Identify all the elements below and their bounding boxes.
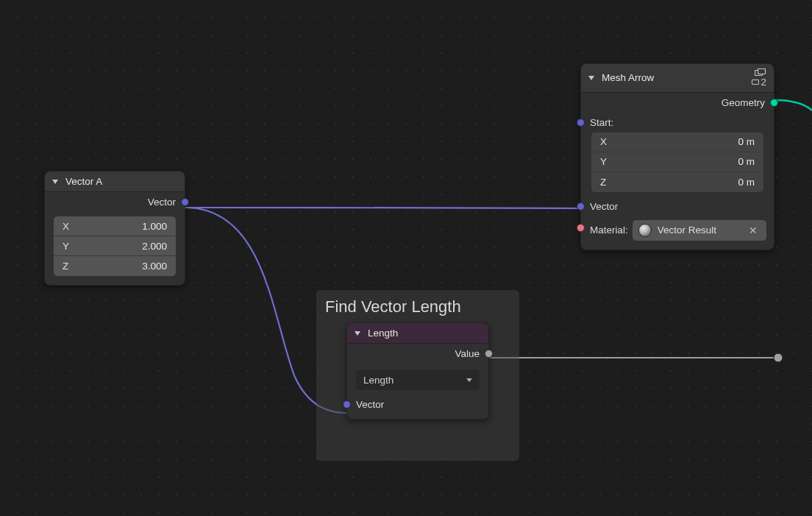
vector-socket-icon[interactable]	[577, 119, 585, 127]
socket-label: Value	[455, 348, 480, 359]
field-z[interactable]: Z0 m	[591, 172, 763, 192]
clear-material-button[interactable]: ✕	[746, 225, 761, 236]
node-header[interactable]: Vector A	[45, 172, 185, 192]
value-socket-icon[interactable]	[485, 350, 493, 358]
vector-fields: X1.000 Y2.000 Z3.000	[54, 216, 176, 276]
input-socket-start[interactable]: Start:	[581, 113, 774, 132]
field-x[interactable]: X0 m	[591, 132, 763, 152]
output-socket-geometry[interactable]: Geometry	[581, 93, 774, 113]
field-y[interactable]: Y0 m	[591, 152, 763, 172]
chevron-down-icon	[466, 378, 472, 382]
socket-label: Vector	[356, 399, 384, 410]
socket-label: Material:	[590, 225, 628, 236]
field-x[interactable]: X1.000	[54, 216, 176, 236]
node-header[interactable]: Length	[347, 323, 488, 344]
field-z[interactable]: Z3.000	[54, 256, 176, 276]
node-title: Mesh Arrow	[602, 72, 654, 83]
vector-socket-icon[interactable]	[577, 202, 585, 211]
input-socket-vector[interactable]: Vector	[581, 197, 774, 216]
node-title: Length	[368, 328, 398, 339]
output-socket-value[interactable]: Value	[347, 344, 488, 364]
node-header-icons: 2	[752, 68, 766, 88]
node-mesh-arrow[interactable]: Mesh Arrow 2 Geometry Start: X0 m Y0 m Z…	[580, 63, 774, 250]
frame-title: Find Vector Length	[325, 297, 461, 317]
output-socket-vector[interactable]: Vector	[45, 192, 185, 212]
node-vector-a[interactable]: Vector A Vector X1.000 Y2.000 Z3.000	[44, 171, 185, 286]
collapse-icon[interactable]	[355, 331, 360, 336]
node-title: Vector A	[65, 176, 102, 187]
input-socket-material[interactable]: Material: Vector Result ✕	[581, 216, 774, 250]
socket-label: Vector	[148, 197, 176, 208]
vector-socket-icon[interactable]	[181, 198, 189, 206]
user-count[interactable]: 2	[752, 77, 766, 88]
svg-rect-2	[758, 69, 766, 74]
material-sphere-icon	[638, 224, 652, 237]
start-fields: X0 m Y0 m Z0 m	[591, 132, 763, 192]
mode-select[interactable]: Length	[356, 370, 480, 390]
users-icon	[752, 79, 759, 85]
socket-label: Geometry	[722, 97, 765, 108]
select-value: Length	[363, 375, 393, 386]
field-y[interactable]: Y2.000	[54, 236, 176, 256]
collapse-icon[interactable]	[588, 76, 594, 80]
collapse-icon[interactable]	[52, 180, 58, 184]
socket-label: Start:	[590, 117, 613, 128]
material-socket-icon[interactable]	[577, 224, 585, 232]
node-length[interactable]: Length Value Length Vector	[346, 322, 489, 420]
vector-socket-icon[interactable]	[343, 400, 351, 409]
material-selector[interactable]: Vector Result ✕	[633, 220, 766, 241]
input-socket-vector[interactable]: Vector	[347, 395, 488, 414]
geometry-socket-icon[interactable]	[770, 99, 778, 107]
material-name: Vector Result	[658, 225, 740, 236]
socket-label: Vector	[590, 201, 618, 212]
node-header[interactable]: Mesh Arrow 2	[581, 64, 774, 93]
